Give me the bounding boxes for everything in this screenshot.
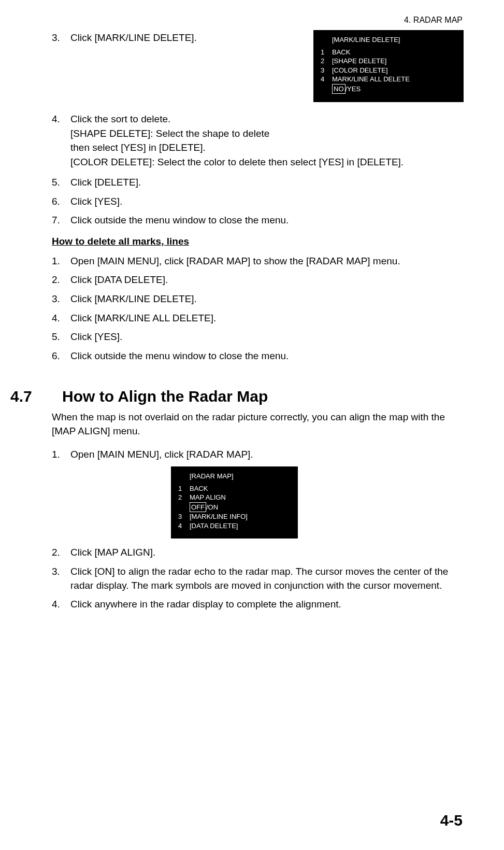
step-number: 5. [52, 330, 70, 344]
step-number: 2. [52, 546, 70, 560]
step-text: Click [MARK/LINE ALL DELETE]. [70, 311, 463, 325]
step-text: Open [MAIN MENU], click [RADAR MAP] to s… [70, 254, 463, 268]
step-number: 3. [52, 31, 70, 45]
menu-item: 4MARK/LINE ALL DELETE [321, 75, 456, 84]
menu-item: 3[MARK/LINE INFO] [178, 512, 291, 521]
list-item: 5. Click [DELETE]. [52, 176, 463, 190]
menu-item: 3[COLOR DELETE] [321, 66, 456, 75]
step-text: Click [ON] to align the radar echo to th… [70, 565, 463, 592]
radar-map-menu: [RADAR MAP] 1BACK 2MAP ALIGN OFF/ON 3[MA… [171, 466, 298, 539]
list-item: 1. Open [MAIN MENU], click [RADAR MAP] t… [52, 254, 463, 268]
list-item: 2. Click [MAP ALIGN]. [52, 546, 463, 560]
section-intro: When the map is not overlaid on the rada… [52, 410, 463, 438]
list-item: 3. Click [ON] to align the radar echo to… [52, 565, 463, 592]
step-number: 5. [52, 176, 70, 190]
step-number: 2. [52, 273, 70, 287]
menu-item: 4[DATA DELETE] [178, 521, 291, 531]
step-number: 6. [52, 349, 70, 363]
step-text: Click outside the menu window to close t… [70, 349, 463, 363]
step-text: Click [MAP ALIGN]. [70, 546, 463, 560]
step-number: 7. [52, 214, 70, 228]
menu-item: 1BACK [178, 484, 291, 493]
section-number: 4.7 [10, 388, 62, 405]
step-text: Click [YES]. [70, 330, 463, 344]
step-text: Click [MARK/LINE DELETE]. [70, 31, 288, 45]
page-number: 4-5 [440, 812, 463, 829]
list-item: 6. Click outside the menu window to clos… [52, 349, 463, 363]
section-title: How to Align the Radar Map [62, 388, 268, 405]
list-item: 1. Open [MAIN MENU], click [RADAR MAP]. [52, 448, 463, 462]
menu-option-row: NO/YES [332, 84, 456, 94]
step-text: Open [MAIN MENU], click [RADAR MAP]. [70, 448, 463, 462]
step-number: 3. [52, 292, 70, 306]
menu-title: [MARK/LINE DELETE] [332, 35, 456, 45]
step-text: Click anywhere in the radar display to c… [70, 598, 463, 612]
step-number: 4. [52, 598, 70, 612]
step-text: Click [DATA DELETE]. [70, 273, 463, 287]
step-number: 1. [52, 254, 70, 268]
step-text: Click [MARK/LINE DELETE]. [70, 292, 463, 306]
step-number: 4. [52, 112, 70, 171]
step-number: 6. [52, 195, 70, 209]
subsection-heading: How to delete all marks, lines [52, 236, 463, 247]
step-text: Click outside the menu window to close t… [70, 214, 463, 228]
list-item: 6. Click [YES]. [52, 195, 463, 209]
list-item: 2. Click [DATA DELETE]. [52, 273, 463, 287]
list-item: 3. Click [MARK/LINE DELETE]. [52, 292, 463, 306]
step-text: Click [DELETE]. [70, 176, 463, 190]
menu-item: 2[SHAPE DELETE] [321, 56, 456, 66]
list-item: 4. Click [MARK/LINE ALL DELETE]. [52, 311, 463, 325]
step-number: 3. [52, 565, 70, 592]
chapter-header: 4. RADAR MAP [404, 16, 463, 25]
list-item: 7. Click outside the menu window to clos… [52, 214, 463, 228]
list-item: 4. Click the sort to delete. [SHAPE DELE… [52, 112, 463, 171]
section-heading: 4.7 How to Align the Radar Map [52, 388, 463, 405]
step-text: Click [YES]. [70, 195, 463, 209]
list-item: 4. Click anywhere in the radar display t… [52, 598, 463, 612]
menu-item: 2MAP ALIGN [178, 493, 291, 502]
menu-option-row: OFF/ON [190, 502, 291, 513]
list-item: 5. Click [YES]. [52, 330, 463, 344]
step-text: Click the sort to delete. [SHAPE DELETE]… [70, 112, 463, 171]
menu-title: [RADAR MAP] [190, 472, 291, 481]
mark-line-delete-menu: [MARK/LINE DELETE] 1BACK 2[SHAPE DELETE]… [313, 30, 464, 102]
step-number: 1. [52, 448, 70, 462]
menu-item: 1BACK [321, 48, 456, 57]
step-number: 4. [52, 311, 70, 325]
